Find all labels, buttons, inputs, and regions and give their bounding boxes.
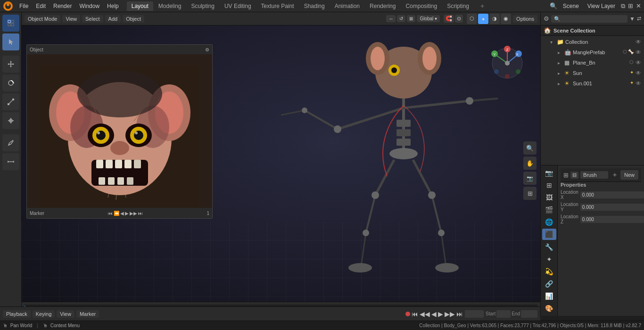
cam-forward[interactable]: ▶▶ bbox=[130, 211, 137, 216]
options-btn[interactable]: Options bbox=[513, 15, 537, 23]
props-physics-icon[interactable]: 💫 bbox=[542, 266, 556, 277]
top-icon-screen[interactable]: ⧉ bbox=[621, 2, 625, 10]
tree-arrow-collection[interactable]: ▾ bbox=[550, 40, 557, 45]
zoom-in-btn[interactable]: 🔍 bbox=[523, 141, 537, 155]
props-object-icon[interactable]: ⬛ bbox=[542, 229, 556, 240]
grid-btn[interactable]: ⊞ bbox=[523, 187, 537, 200]
tool-cursor[interactable] bbox=[2, 33, 19, 50]
props-data-icon[interactable]: 📊 bbox=[542, 290, 556, 302]
cam-step-fwd[interactable]: ⏭ bbox=[138, 211, 143, 216]
transform-widget-rotate[interactable]: ↺ bbox=[397, 15, 405, 22]
menu-render[interactable]: Render bbox=[50, 2, 75, 10]
tab-add[interactable]: ＋ bbox=[474, 0, 490, 12]
tool-annotate[interactable] bbox=[2, 134, 19, 151]
tab-texture-paint[interactable]: Texture Paint bbox=[256, 1, 299, 11]
top-icon-screen2[interactable]: ⊞ bbox=[628, 2, 633, 9]
outliner-filter-icon[interactable]: ▼ bbox=[629, 16, 635, 22]
transform-widget-scale[interactable]: ⊠ bbox=[407, 15, 415, 22]
transform-global[interactable]: Global ▾ bbox=[417, 15, 440, 22]
tab-shading[interactable]: Shading bbox=[299, 1, 330, 11]
cam-step-back[interactable]: ⏮ bbox=[108, 211, 113, 216]
camera-overlay-content[interactable] bbox=[27, 54, 212, 218]
view-menu[interactable]: View bbox=[57, 310, 74, 318]
eye-icon-collection[interactable]: 👁 bbox=[635, 39, 642, 45]
menu-window[interactable]: Window bbox=[76, 2, 103, 10]
props-material-icon[interactable]: 🎨 bbox=[542, 303, 556, 314]
tab-modeling[interactable]: Modeling bbox=[154, 1, 186, 11]
tool-scale[interactable] bbox=[2, 93, 19, 110]
skip-to-end-btn[interactable]: ⏭ bbox=[456, 310, 463, 318]
keying-menu[interactable]: Keying bbox=[33, 310, 55, 318]
tree-plane-bn[interactable]: ▸ ▦ Plane_Bn ⬡ 👁 bbox=[541, 58, 644, 68]
menu-edit[interactable]: Edit bbox=[33, 2, 49, 10]
tab-sculpting[interactable]: Sculpting bbox=[187, 1, 219, 11]
step-fwd-btn[interactable]: ▶▶ bbox=[445, 310, 455, 318]
brush-plus-icon[interactable]: ＋ bbox=[610, 170, 619, 180]
props-modifier-icon[interactable]: 🔧 bbox=[542, 241, 556, 252]
current-frame-input[interactable]: 1 bbox=[465, 310, 484, 318]
tab-layout[interactable]: Layout bbox=[127, 1, 153, 11]
menu-help[interactable]: Help bbox=[104, 2, 122, 10]
tree-arrow-mangle[interactable]: ▸ bbox=[558, 50, 564, 55]
props-output-icon[interactable]: ⊞ bbox=[542, 180, 556, 191]
record-btn[interactable] bbox=[405, 312, 410, 316]
tree-sun[interactable]: ▸ ☀ Sun ✦ 👁 bbox=[541, 68, 644, 78]
cam-skip-back[interactable]: ⏪ bbox=[114, 211, 119, 216]
tree-sun-001[interactable]: ▸ ☀ Sun.001 ✦ 👁 bbox=[541, 78, 644, 89]
tool-rotate[interactable] bbox=[2, 74, 19, 91]
marker-menu[interactable]: Marker bbox=[76, 310, 99, 318]
proportional-btn[interactable]: ⊙ bbox=[455, 15, 463, 23]
start-frame-input[interactable]: 1 bbox=[496, 310, 511, 318]
tree-mangle-prefab[interactable]: ▸ 🤖 ManglePrefab ⬡ 🦴 👁 bbox=[541, 47, 644, 58]
tree-arrow-plane[interactable]: ▸ bbox=[558, 60, 564, 66]
3d-viewport[interactable]: Object Mode View Select Add Object ↔ ↺ ⊠… bbox=[22, 12, 540, 316]
outliner-sync-icon[interactable]: ⇄ bbox=[637, 16, 641, 22]
play-btn[interactable]: ▶ bbox=[438, 310, 443, 318]
hand-tool-btn[interactable]: ✋ bbox=[523, 157, 537, 170]
props-scene-icon[interactable]: 🎬 bbox=[542, 204, 556, 215]
shading-rendered[interactable]: ◉ bbox=[501, 14, 511, 24]
step-back-btn[interactable]: ◀◀ bbox=[420, 310, 430, 318]
top-icon-close[interactable]: ✕ bbox=[636, 2, 641, 9]
tab-rendering[interactable]: Rendering bbox=[365, 1, 400, 11]
brush-selector-icon[interactable]: ⊟ bbox=[570, 172, 578, 179]
top-icon-search[interactable]: 🔍 bbox=[550, 2, 557, 9]
camera-btn[interactable]: 📷 bbox=[523, 172, 537, 185]
tree-arrow-sun001[interactable]: ▸ bbox=[558, 81, 564, 86]
tool-move[interactable] bbox=[2, 56, 19, 73]
props-constraints-icon[interactable]: 🔗 bbox=[542, 278, 556, 289]
props-render-icon[interactable]: 📷 bbox=[542, 167, 556, 179]
menu-file[interactable]: File bbox=[16, 2, 32, 10]
play-reverse-btn[interactable]: ◀ bbox=[431, 310, 437, 318]
viewport-3d-content[interactable]: Mangle AR/Blender 2.8 Object ⚙ bbox=[22, 25, 540, 316]
tab-uv-editing[interactable]: UV Editing bbox=[220, 1, 256, 11]
shading-solid[interactable]: ● bbox=[478, 14, 488, 24]
shading-wireframe[interactable]: ⬡ bbox=[467, 14, 477, 24]
location-x-input[interactable] bbox=[580, 191, 644, 198]
props-world-icon[interactable]: 🌐 bbox=[542, 216, 556, 228]
camera-overlay-icon[interactable]: ⚙ bbox=[205, 47, 209, 52]
viewport-add-menu[interactable]: Add bbox=[105, 15, 121, 23]
shading-material[interactable]: ◑ bbox=[489, 14, 500, 24]
eye-icon-mangle[interactable]: 👁 bbox=[635, 49, 642, 56]
viewport-object-menu[interactable]: Object bbox=[123, 15, 144, 23]
skip-to-start-btn[interactable]: ⏮ bbox=[412, 310, 418, 318]
playback-menu[interactable]: Playback bbox=[3, 310, 31, 318]
tab-scripting[interactable]: Scripting bbox=[442, 1, 474, 11]
tab-animation[interactable]: Animation bbox=[330, 1, 364, 11]
tree-arrow-sun[interactable]: ▸ bbox=[558, 71, 564, 76]
props-view-layer-icon[interactable]: 🖼 bbox=[542, 192, 556, 203]
tab-compositing[interactable]: Compositing bbox=[401, 1, 442, 11]
eye-icon-sun[interactable]: 👁 bbox=[635, 70, 642, 76]
outliner-search[interactable] bbox=[551, 15, 627, 23]
location-y-input[interactable] bbox=[580, 204, 644, 211]
location-z-input[interactable] bbox=[580, 216, 644, 223]
cam-back[interactable]: ◀ bbox=[120, 211, 124, 216]
tool-measure[interactable] bbox=[2, 153, 19, 170]
object-mode-dropdown[interactable]: Object Mode bbox=[25, 15, 60, 23]
viewport-select-menu[interactable]: Select bbox=[82, 15, 103, 23]
tool-selector[interactable] bbox=[2, 15, 19, 32]
brush-new-button[interactable]: New bbox=[620, 170, 638, 180]
tool-transform[interactable] bbox=[2, 112, 19, 129]
eye-icon-plane[interactable]: 👁 bbox=[635, 59, 642, 66]
